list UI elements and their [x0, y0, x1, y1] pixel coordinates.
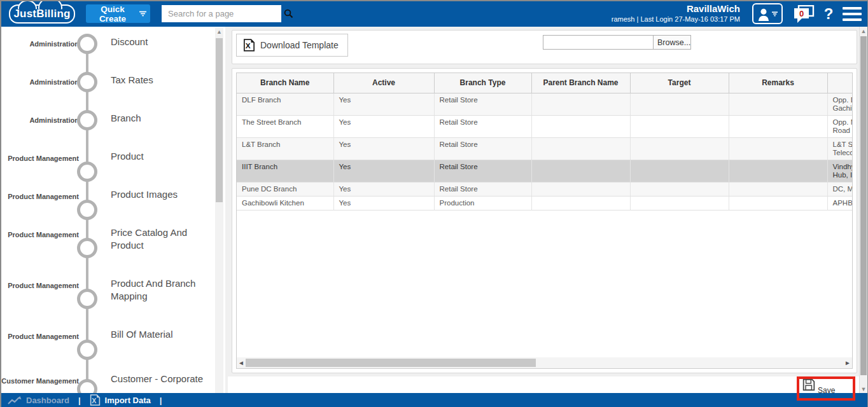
cell-branch-type: Retail Store — [434, 115, 531, 137]
file-path-input[interactable] — [543, 35, 653, 50]
col-remarks[interactable]: Remarks — [729, 73, 827, 93]
save-strip: Save — [228, 376, 861, 394]
sidebar-scrollbar-thumb[interactable] — [216, 38, 223, 202]
table-row[interactable]: The Street Branch Yes Retail Store Opp. … — [237, 115, 852, 137]
sidebar-item[interactable]: Customer Management Customer - Corporate — [1, 369, 214, 394]
table-row[interactable]: IIIT Branch Yes Retail Store VindhyaHub,… — [237, 160, 852, 182]
cell-branch-name: IIIT Branch — [237, 160, 333, 182]
sidebar-item[interactable]: Product Management Price Catalog And Pro… — [1, 223, 214, 273]
sidebar-scrollbar[interactable]: ▲ — [215, 28, 223, 393]
table-wrapper: Branch Name Active Branch Type Parent Br… — [237, 73, 852, 210]
table-header: Branch Name Active Branch Type Parent Br… — [237, 73, 852, 93]
save-button[interactable]: Save — [802, 378, 847, 394]
table-row[interactable]: Pune DC Branch Yes Retail Store DC, Ma — [237, 182, 852, 196]
dashboard-label: Dashboard — [26, 396, 69, 405]
cell-active: Yes — [333, 115, 434, 137]
sidebar-items: Administration Discount Administration T… — [1, 32, 214, 394]
dashboard-chart-icon — [8, 396, 22, 405]
sidebar-item-label: Tax Rates — [111, 74, 211, 86]
hamburger-icon — [843, 7, 862, 10]
download-template-button[interactable]: X Download Template — [236, 34, 348, 57]
app-logo-text: JustBilling — [13, 8, 70, 20]
sidebar-item[interactable]: Administration Branch — [1, 108, 214, 146]
cell-target — [630, 160, 729, 182]
timeline-node-icon — [77, 289, 97, 309]
page-scrollbar[interactable]: ▲ ▼ — [859, 27, 867, 394]
svg-text:X: X — [246, 41, 251, 50]
taskbar-import-data[interactable]: X Import Data — [90, 394, 151, 406]
feedback-icon: 0 — [792, 5, 815, 24]
cell-remarks — [729, 115, 827, 137]
col-parent-branch-name[interactable]: Parent Branch Name — [531, 73, 630, 93]
cell-active: Yes — [333, 93, 434, 115]
page-scroll-up-arrow[interactable]: ▲ — [860, 27, 867, 36]
cell-target — [630, 115, 729, 137]
scroll-right-arrow[interactable]: ► — [843, 357, 852, 368]
col-branch-name[interactable]: Branch Name — [237, 73, 333, 93]
table-row[interactable]: Gachibowli Kitchen Yes Production APHB C — [237, 196, 852, 210]
sidebar-item-label: Product And Branch Mapping — [111, 277, 211, 303]
timeline-node-icon — [77, 110, 97, 130]
cloud-logo-icon: JustBilling — [9, 4, 75, 24]
sidebar-item-label: Customer - Corporate — [111, 373, 211, 385]
scroll-up-arrow[interactable]: ▲ — [215, 28, 223, 36]
table-row[interactable]: DLF Branch Yes Retail Store Opp. DlGachi… — [237, 93, 852, 115]
search-icon[interactable] — [284, 9, 293, 18]
grid-panel: Branch Name Active Branch Type Parent Br… — [232, 68, 857, 373]
import-data-label: Import Data — [105, 396, 151, 405]
sidebar-item[interactable]: Product Management Product Images — [1, 184, 214, 223]
col-active[interactable]: Active — [333, 73, 434, 93]
grid-area: Branch Name Active Branch Type Parent Br… — [236, 72, 853, 369]
cell-branch-name: L&T Branch — [237, 137, 333, 160]
cell-target — [630, 137, 729, 160]
sidebar-item[interactable]: Administration Tax Rates — [1, 70, 214, 108]
branch-table: Branch Name Active Branch Type Parent Br… — [237, 73, 852, 210]
horizontal-scrollbar[interactable]: ◄ ► — [237, 357, 852, 368]
help-button[interactable]: ? — [821, 4, 836, 24]
search-input[interactable] — [162, 9, 284, 18]
excel-file-icon: X — [243, 39, 255, 52]
page-scrollbar-thumb[interactable] — [860, 36, 867, 375]
sidebar-item-category: Administration — [1, 116, 79, 124]
sidebar-item[interactable]: Product Management Product — [1, 146, 214, 184]
scroll-left-arrow[interactable]: ◄ — [237, 357, 246, 368]
col-target[interactable]: Target — [630, 73, 729, 93]
sidebar-item[interactable]: Product Management Bill Of Material — [1, 324, 214, 369]
sidebar-item[interactable]: Administration Discount — [1, 32, 214, 70]
cell-target — [630, 93, 729, 115]
timeline-node-icon — [77, 340, 97, 360]
table-row[interactable]: L&T Branch Yes Retail Store L&T SeTeleco… — [237, 137, 852, 160]
login-info-text: ramesh | Last Login 27-May-16 03:17 PM — [549, 15, 740, 24]
cell-remarks — [729, 182, 827, 196]
sidebar-item-category: Product Management — [1, 193, 79, 200]
file-upload-group: Browse... — [543, 35, 691, 50]
timeline-node-icon — [77, 72, 97, 92]
toolbar-panel: X Download Template Browse... — [232, 30, 857, 64]
cell-parent-branch — [531, 93, 630, 115]
feedback-button[interactable]: 0 — [791, 5, 815, 24]
taskbar-separator: | — [78, 396, 81, 405]
cell-address-partial: L&T SeTelecon — [827, 137, 852, 160]
taskbar-dashboard[interactable]: Dashboard — [8, 396, 69, 405]
sidebar-item[interactable]: Product Management Product And Branch Ma… — [1, 273, 214, 324]
cell-active: Yes — [333, 196, 434, 210]
cell-remarks — [729, 137, 827, 160]
cell-branch-name: Pune DC Branch — [237, 182, 333, 196]
quick-create-button[interactable]: Quick Create — [86, 4, 150, 23]
sidebar-item-category: Customer Management — [1, 377, 79, 385]
cell-active: Yes — [333, 182, 434, 196]
sidebar: Administration Discount Administration T… — [1, 27, 225, 394]
cell-branch-type: Production — [434, 196, 531, 210]
app-logo[interactable]: JustBilling — [6, 3, 78, 25]
browse-button[interactable]: Browse... — [653, 35, 691, 50]
hamburger-menu-button[interactable] — [843, 7, 862, 21]
cell-branch-name: The Street Branch — [237, 115, 333, 137]
cell-branch-type: Retail Store — [434, 182, 531, 196]
profile-button[interactable] — [752, 3, 783, 24]
table-body: DLF Branch Yes Retail Store Opp. DlGachi… — [237, 93, 852, 210]
col-branch-type[interactable]: Branch Type — [434, 73, 531, 93]
cell-active: Yes — [333, 137, 434, 160]
sidebar-item-category: Administration — [1, 40, 79, 48]
horizontal-scrollbar-thumb[interactable] — [246, 359, 536, 367]
timeline-node-icon — [77, 34, 97, 54]
